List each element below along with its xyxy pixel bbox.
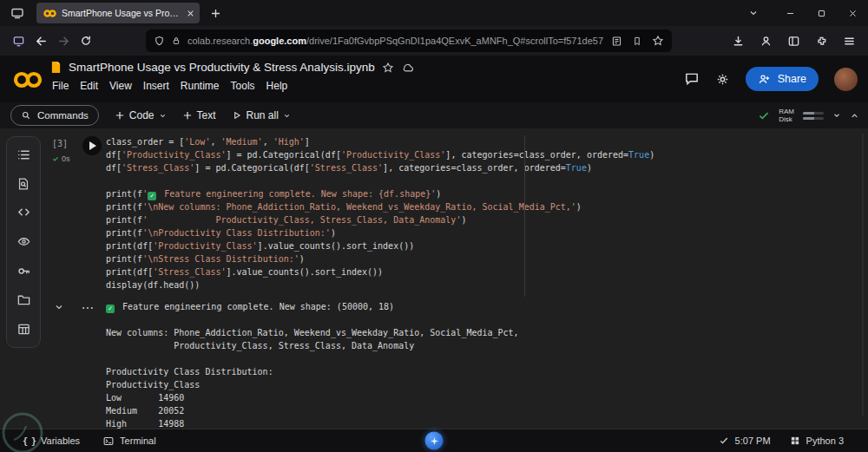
back-button[interactable] xyxy=(30,35,52,48)
code-cell[interactable]: [3] 0s class_order = ['Low', 'Medium', '… xyxy=(50,135,859,292)
downloads-icon[interactable] xyxy=(732,35,745,48)
menu-help[interactable]: Help xyxy=(266,80,288,92)
maximize-button[interactable] xyxy=(806,0,837,26)
close-button[interactable] xyxy=(837,0,868,26)
collapse-output-icon[interactable] xyxy=(54,302,64,312)
commands-label: Commands xyxy=(37,110,89,121)
secrets-key-icon[interactable] xyxy=(16,264,31,278)
add-text-button[interactable]: Text xyxy=(182,109,216,121)
reader-mode-icon[interactable] xyxy=(611,36,622,47)
files-folder-icon[interactable] xyxy=(16,292,31,307)
settings-gear-icon[interactable] xyxy=(715,72,730,87)
ram-label: RAM xyxy=(779,108,794,115)
save-page-icon[interactable] xyxy=(632,36,642,47)
variables-icon: { } xyxy=(23,436,36,446)
collapse-toolbar-icon[interactable] xyxy=(850,111,859,121)
variables-button[interactable]: { } Variables xyxy=(23,436,80,446)
notebook-header: SmartPhone Usage vs Productivity & Stres… xyxy=(50,61,415,92)
scrollbar[interactable] xyxy=(862,134,864,416)
tab-title: SmartPhone Usage vs Productivity & Stres… xyxy=(62,8,181,18)
browser-titlebar: SmartPhone Usage vs Productivity & Stres… xyxy=(0,0,868,26)
terminal-button[interactable]: Terminal xyxy=(102,436,156,447)
new-tab-button[interactable] xyxy=(210,8,221,19)
colab-logo[interactable] xyxy=(12,70,43,89)
star-notebook-icon[interactable] xyxy=(382,62,394,74)
share-person-icon xyxy=(758,73,771,86)
window-controls xyxy=(748,0,868,26)
windows-grid-icon xyxy=(790,436,800,446)
table-of-contents-icon[interactable] xyxy=(16,147,31,162)
resource-meter-icon[interactable] xyxy=(803,112,824,120)
status-area: 5:07 PM Python 3 xyxy=(719,436,844,446)
shield-icon[interactable] xyxy=(154,36,165,47)
colab-header: SmartPhone Usage vs Productivity & Stres… xyxy=(0,56,868,102)
menu-view[interactable]: View xyxy=(109,80,132,92)
commands-search[interactable]: Commands xyxy=(10,105,99,126)
menu-runtime[interactable]: Runtime xyxy=(181,80,220,92)
plus-icon xyxy=(182,110,193,121)
comments-icon[interactable] xyxy=(684,71,700,87)
colab-favicon-icon xyxy=(43,9,56,18)
spark-icon xyxy=(429,436,439,446)
left-sidebar xyxy=(6,136,41,348)
add-code-label: Code xyxy=(129,109,155,121)
notebook-main: [3] 0s class_order = ['Low', 'Medium', '… xyxy=(0,128,868,429)
play-icon xyxy=(232,110,242,121)
reload-button[interactable] xyxy=(75,35,97,47)
chevron-down-icon xyxy=(159,112,167,120)
url-domain: google.com xyxy=(253,36,306,46)
menu-icon[interactable] xyxy=(843,35,856,48)
run-cell-button[interactable] xyxy=(82,136,102,155)
browser-tab[interactable]: SmartPhone Usage vs Productivity & Stres… xyxy=(36,3,200,23)
bookmark-star-icon[interactable] xyxy=(652,35,664,47)
success-check-icon xyxy=(52,155,59,162)
variable-inspector-icon[interactable] xyxy=(16,234,31,249)
data-table-icon[interactable] xyxy=(16,322,31,337)
clock-time: 5:07 PM xyxy=(735,436,771,446)
forward-button[interactable] xyxy=(52,35,75,48)
code-editor[interactable]: class_order = ['Low', 'Medium', 'High']d… xyxy=(106,135,859,292)
run-all-button[interactable]: Run all xyxy=(232,109,291,121)
cell-output-text: ✓ Feature engineering complete. New shap… xyxy=(106,300,519,429)
gemini-spark-button[interactable] xyxy=(425,432,444,450)
sidebars-icon[interactable] xyxy=(787,35,800,48)
share-button[interactable]: Share xyxy=(746,67,819,91)
header-actions: Share xyxy=(684,56,858,102)
url-bar[interactable]: colab.research.google.com/drive/1Fa0fGvb… xyxy=(146,29,672,52)
resource-labels[interactable]: RAM Disk xyxy=(779,108,794,123)
tab-list-chevron-icon[interactable] xyxy=(748,8,759,18)
resources-chevron-icon[interactable] xyxy=(832,111,841,120)
minimize-button[interactable] xyxy=(774,0,806,26)
terminal-icon xyxy=(102,436,115,447)
avatar[interactable] xyxy=(834,68,858,91)
menu-tools[interactable]: Tools xyxy=(231,80,255,92)
toolbar-status: RAM Disk xyxy=(758,108,859,123)
account-icon[interactable] xyxy=(760,35,773,48)
menu-file[interactable]: File xyxy=(52,80,69,92)
drive-sync-cloud-icon[interactable] xyxy=(401,62,415,74)
disk-label: Disk xyxy=(779,115,794,123)
extensions-icon[interactable] xyxy=(815,35,828,48)
notebook-title[interactable]: SmartPhone Usage vs Productivity & Stres… xyxy=(69,61,375,74)
tab-close-icon[interactable] xyxy=(187,10,194,17)
plus-icon xyxy=(115,110,125,121)
share-label: Share xyxy=(778,73,806,85)
lock-icon[interactable] xyxy=(171,36,181,46)
urlbar-actions xyxy=(611,35,664,47)
code-snippets-icon[interactable] xyxy=(16,205,31,219)
execution-count[interactable]: [3] xyxy=(52,139,68,148)
add-code-button[interactable]: Code xyxy=(115,109,167,121)
runtime-python3[interactable]: Python 3 xyxy=(806,436,844,446)
find-and-replace-icon[interactable] xyxy=(16,177,30,191)
url-subdomain: colab.research. xyxy=(187,36,253,46)
browser-navbar: colab.research.google.com/drive/1Fa0fGvb… xyxy=(0,26,868,56)
bottom-bar: { } Variables Terminal 5:07 PM Python 3 xyxy=(0,429,868,452)
add-text-label: Text xyxy=(197,109,216,121)
screenshot-tool-icon[interactable] xyxy=(7,35,30,48)
menu-edit[interactable]: Edit xyxy=(80,80,98,92)
output-options-icon[interactable] xyxy=(82,305,94,311)
menu-insert[interactable]: Insert xyxy=(143,80,169,92)
chevron-down-icon xyxy=(283,112,291,120)
search-icon xyxy=(21,110,31,121)
firefox-view-icon[interactable] xyxy=(10,6,24,20)
